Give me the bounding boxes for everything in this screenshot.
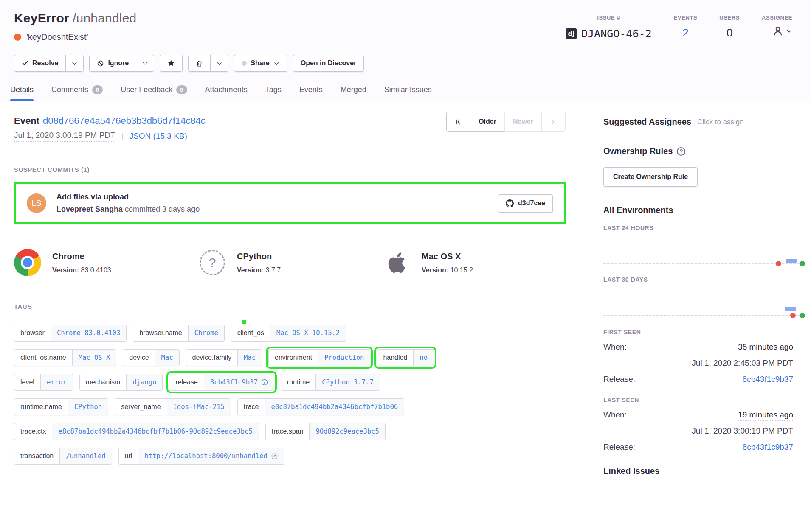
tab-user-feedback[interactable]: User Feedback0 [121, 85, 187, 101]
tag-value-link[interactable]: Mac OS X 10.15.2 [270, 325, 346, 341]
tags-list: browserChrome 83.0.4103browser.nameChrom… [14, 325, 566, 465]
tab-tags[interactable]: Tags [265, 85, 282, 101]
last-24-hours-label: LAST 24 HOURS [603, 224, 793, 231]
issue-sidebar: Suggested Assignees Click to assign Owne… [583, 101, 811, 523]
first-seen-relative: 35 minutes ago [738, 342, 793, 353]
delete-button[interactable] [188, 55, 211, 72]
ignore-button[interactable]: Ignore [89, 55, 136, 72]
tag-key: browser.name [133, 325, 188, 341]
tag-browser-name: browser.nameChrome [133, 325, 225, 342]
open-in-discover-button[interactable]: Open in Discover [293, 55, 364, 72]
tag-value-link[interactable]: CPython 3.7.7 [315, 374, 379, 390]
tag-transaction: transaction/unhandled [14, 448, 112, 465]
issue-culprit: /unhandled [73, 11, 136, 25]
oldest-event-button[interactable] [446, 112, 470, 132]
skip-to-latest-button[interactable] [541, 112, 566, 132]
release-marker-red [790, 313, 796, 318]
tag-value-link[interactable]: django [126, 374, 162, 390]
tab-similar-issues[interactable]: Similar Issues [384, 85, 432, 101]
first-seen-release-link[interactable]: 8cb43f1c9b37 [743, 375, 793, 384]
context-version: Version: 10.15.2 [422, 266, 473, 274]
assignee-label: ASSIGNEE [762, 14, 792, 21]
external-link-icon [271, 453, 278, 460]
tag-value-link[interactable]: no [413, 350, 434, 366]
resolve-button[interactable]: Resolve [14, 55, 66, 72]
ownership-rules-title: Ownership Rules [603, 146, 673, 156]
delete-dropdown-button[interactable] [210, 55, 228, 72]
tag-value-link[interactable]: CPython [68, 399, 108, 415]
context-version: Version: 3.7.7 [237, 266, 281, 274]
event-pagination: Older Newer [446, 112, 566, 132]
tag-value-link[interactable]: Mac [155, 350, 179, 366]
tab-count-badge: 0 [176, 85, 187, 94]
tab-merged[interactable]: Merged [341, 85, 366, 101]
tag-value-link[interactable]: Chrome [188, 325, 224, 341]
annotation-marker [242, 320, 246, 324]
event-id-link[interactable]: d08d7667e4a5476eb3b3db6d7f14c84c [43, 115, 206, 126]
tab-events[interactable]: Events [299, 85, 323, 101]
django-platform-icon: dj [566, 28, 577, 39]
first-seen-date: Jul 1, 2020 2:45:03 PM PDT [603, 358, 793, 368]
page-title: KeyError/unhandled [14, 11, 136, 25]
tag-trace-ctx: trace.ctxe8c87ba1dc494bb2a4346bcfbf7b1b0… [14, 423, 259, 440]
context-name: Mac OS X [422, 249, 473, 261]
tag-value-link[interactable]: Mac OS X [72, 350, 116, 366]
tag-value-link[interactable]: Idos-iMac-215 [167, 399, 231, 415]
tag-value-link[interactable]: e8c87ba1dc494bb2a4346bcfbf7b1b06-90d892c… [52, 423, 258, 440]
tag-key: trace.span [266, 423, 310, 440]
tab-attachments[interactable]: Attachments [205, 85, 248, 101]
ignore-dropdown-button[interactable] [136, 55, 154, 72]
resolve-dropdown-button[interactable] [65, 55, 84, 72]
linked-issues-title: Linked Issues [603, 466, 659, 476]
events-count-link[interactable]: 2 [682, 26, 688, 39]
apple-icon [383, 249, 411, 276]
error-level-dot [14, 34, 21, 41]
tab-details[interactable]: Details [10, 85, 34, 101]
tags-heading: TAGS [14, 303, 566, 310]
tag-key: mechanism [80, 374, 127, 390]
context-mac-os-x: Mac OS XVersion: 10.15.2 [383, 249, 473, 276]
tag-value-link[interactable]: error [40, 374, 73, 390]
share-button[interactable]: Share [234, 55, 287, 72]
tag-value-link[interactable]: http://localhost:8000/unhandled [138, 448, 284, 464]
commit-author-avatar: LS [27, 193, 46, 213]
tag-key: server_name [115, 399, 166, 415]
tag-value-link[interactable]: e8c87ba1dc494bb2a4346bcfbf7b1b06 [265, 399, 404, 415]
suspect-commits-heading: SUSPECT COMMITS (1) [14, 166, 566, 173]
bookmark-button[interactable] [160, 55, 183, 72]
create-ownership-rule-button[interactable]: Create Ownership Rule [603, 167, 698, 187]
issue-message: 'keyDoesntExist' [26, 32, 88, 42]
tag-value-link[interactable]: 90d892c9eace3bc5 [309, 423, 385, 440]
commit-author: Lovepreet Sangha [56, 205, 123, 213]
tag-mechanism: mechanismdjango [79, 374, 163, 391]
newer-event-button[interactable]: Newer [504, 112, 542, 132]
suspect-commit-card: LS Add files via upload Lovepreet Sangha… [14, 182, 566, 224]
info-icon [261, 379, 268, 386]
context-name: Chrome [52, 249, 111, 261]
help-icon[interactable]: ? [677, 147, 685, 156]
tag-key: level [14, 374, 40, 390]
tab-comments[interactable]: Comments0 [51, 85, 103, 101]
tag-runtime-name: runtime.nameCPython [14, 398, 108, 415]
issue-short-id: DJANGO-46-2 [581, 28, 652, 40]
older-event-button[interactable]: Older [470, 112, 505, 132]
commit-sha-button[interactable]: d3d7cee [498, 194, 553, 213]
event-json-link[interactable]: JSON (15.3 KB) [130, 132, 187, 141]
tag-client-os-name: client_os.nameMac OS X [14, 349, 116, 366]
tag-value-link[interactable]: 8cb43f1c9b37 [204, 374, 274, 390]
event-label: Event [14, 115, 39, 126]
suggested-assignees-title: Suggested Assignees [603, 117, 691, 127]
tag-value-link[interactable]: Mac [237, 350, 262, 366]
tag-value-link[interactable]: Chrome 83.0.4103 [51, 325, 126, 341]
last-30-days-sparkline [603, 283, 803, 316]
context-name: CPython [237, 249, 281, 261]
tag-key: client_os [231, 325, 270, 341]
when-label: When: [603, 342, 627, 352]
tag-value-link[interactable]: Production [318, 350, 370, 366]
event-date: Jul 1, 2020 3:00:19 PM PDT [14, 131, 115, 142]
event-bar-marker [786, 259, 797, 263]
last-24-hours-sparkline [603, 231, 803, 264]
assignee-dropdown[interactable] [762, 25, 792, 37]
last-seen-release-link[interactable]: 8cb43f1c9b37 [743, 442, 793, 452]
tag-value-link[interactable]: /unhandled [59, 448, 111, 464]
